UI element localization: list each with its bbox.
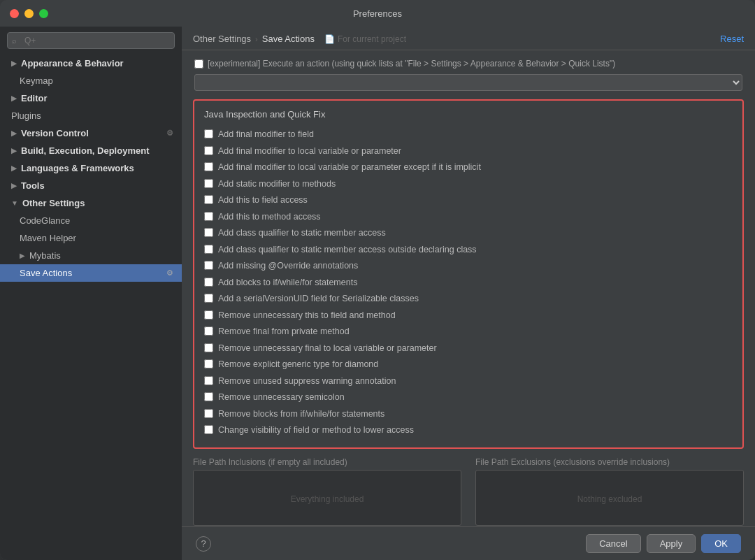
sidebar-item-editor[interactable]: ▶ Editor	[0, 89, 182, 107]
inspection-item-5: Add this to method access	[204, 209, 733, 226]
checkbox-add-blocks[interactable]	[204, 278, 213, 287]
inspection-title: Java Inspection and Quick Fix	[204, 109, 733, 120]
checkbox-remove-unnecessary-final[interactable]	[204, 343, 213, 352]
minimize-button[interactable]	[24, 9, 34, 18]
breadcrumb-save-actions[interactable]: Save Actions	[262, 34, 315, 44]
sidebar-item-label: Save Actions	[20, 268, 72, 278]
search-wrapper: ⌕	[7, 32, 175, 49]
inspection-item-16: Remove unnecessary semicolon	[204, 389, 733, 406]
chevron-down-icon: ▼	[11, 199, 18, 207]
checkbox-label: Add a serialVersionUID field for Seriali…	[218, 293, 419, 306]
checkbox-label: Add this to field access	[218, 194, 308, 207]
inspection-item-8: Add missing @Override annotations	[204, 258, 733, 275]
inspection-item-18: Change visibility of field or method to …	[204, 422, 733, 439]
sidebar-item-label: Maven Helper	[20, 233, 76, 243]
breadcrumb-bar: Other Settings › Save Actions 📄 For curr…	[182, 27, 755, 50]
inspection-item-4: Add this to field access	[204, 192, 733, 209]
inspection-item-0: Add final modifier to field	[204, 127, 733, 143]
gear-icon: ⚙	[166, 129, 173, 138]
inspection-item-11: Remove unnecessary this to field and met…	[204, 308, 733, 324]
checkbox-remove-unnecessary-this[interactable]	[204, 310, 213, 320]
inspection-item-6: Add class qualifier to static member acc…	[204, 225, 733, 242]
sidebar-item-languages[interactable]: ▶ Languages & Frameworks	[0, 159, 182, 177]
sidebar-item-build[interactable]: ▶ Build, Execution, Deployment	[0, 142, 182, 159]
breadcrumb-project-label: For current project	[338, 34, 406, 44]
inspection-item-3: Add static modifier to methods	[204, 176, 733, 193]
inspection-item-12: Remove final from private method	[204, 324, 733, 340]
checkbox-add-static-methods[interactable]	[204, 179, 213, 188]
sidebar-item-label: Mybatis	[29, 250, 61, 261]
exclusions-placeholder: Nothing excluded	[480, 494, 739, 504]
checkbox-label: Add missing @Override annotations	[218, 260, 358, 273]
sidebar-item-save-actions[interactable]: Save Actions ⚙	[0, 264, 182, 282]
experimental-checkbox[interactable]	[194, 59, 203, 69]
file-path-inclusions-col: File Path Inclusions (if empty all inclu…	[193, 457, 461, 526]
experimental-row: [experimental] Execute an action (using …	[193, 59, 744, 69]
ok-button[interactable]: OK	[701, 534, 741, 553]
maximize-button[interactable]	[39, 9, 48, 18]
sidebar-item-appearance[interactable]: ▶ Appearance & Behavior	[0, 55, 182, 72]
checkbox-change-visibility[interactable]	[204, 425, 213, 434]
inspection-item-1: Add final modifier to local variable or …	[204, 143, 733, 160]
checkbox-label: Add class qualifier to static member acc…	[218, 227, 386, 240]
bottom-bar: ? Cancel Apply OK	[182, 526, 755, 560]
help-button[interactable]: ?	[196, 536, 211, 552]
checkbox-remove-blocks[interactable]	[204, 409, 213, 418]
title-bar: Preferences	[0, 0, 755, 27]
sidebar-item-version-control[interactable]: ▶ Version Control ⚙	[0, 124, 182, 142]
chevron-right-icon: ▶	[11, 164, 17, 172]
sidebar-item-other-settings[interactable]: ▼ Other Settings	[0, 194, 182, 212]
checkbox-remove-final-private[interactable]	[204, 326, 213, 336]
search-input[interactable]	[7, 32, 175, 49]
inspection-item-15: Remove unused suppress warning annotatio…	[204, 373, 733, 390]
breadcrumb-other-settings[interactable]: Other Settings	[193, 34, 251, 44]
checkbox-label: Add final modifier to local variable or …	[218, 145, 401, 158]
search-icon: ⌕	[12, 36, 17, 45]
sidebar-item-label: Editor	[21, 93, 48, 103]
sidebar-item-label: Version Control	[21, 128, 89, 138]
cancel-button[interactable]: Cancel	[586, 534, 640, 553]
checkbox-add-this-field[interactable]	[204, 195, 213, 204]
checkbox-add-override[interactable]	[204, 261, 213, 270]
experimental-label: [experimental] Execute an action (using …	[208, 59, 615, 69]
checkbox-add-final-local[interactable]	[204, 146, 213, 155]
inspection-item-14: Remove explicit generic type for diamond	[204, 357, 733, 373]
checkbox-add-final-except-implicit[interactable]	[204, 162, 213, 171]
sidebar-item-plugins[interactable]: Plugins	[0, 107, 182, 124]
file-icon: 📄	[324, 34, 335, 44]
inspection-item-7: Add class qualifier to static member acc…	[204, 242, 733, 259]
checkbox-add-class-qualifier[interactable]	[204, 228, 213, 237]
checkbox-label: Add this to method access	[218, 211, 321, 224]
breadcrumb-project[interactable]: 📄 For current project	[324, 34, 406, 44]
sidebar-item-codeglance[interactable]: CodeGlance	[0, 212, 182, 229]
inclusions-placeholder: Everything included	[198, 494, 456, 504]
exclusions-area[interactable]: Nothing excluded	[475, 470, 744, 526]
gear-icon: ⚙	[166, 268, 173, 278]
checkbox-remove-semicolon[interactable]	[204, 392, 213, 401]
checkbox-remove-diamond[interactable]	[204, 359, 213, 368]
file-path-exclusions-col: File Path Exclusions (exclusions overrid…	[475, 457, 744, 526]
checkbox-add-serial[interactable]	[204, 294, 213, 303]
sidebar-item-label: Other Settings	[22, 198, 85, 208]
checkbox-add-final-field[interactable]	[204, 129, 213, 138]
sidebar-item-maven-helper[interactable]: Maven Helper	[0, 229, 182, 247]
checkbox-label: Remove unnecessary final to local variab…	[218, 343, 437, 355]
checkbox-add-this-method[interactable]	[204, 212, 213, 221]
sidebar-item-tools[interactable]: ▶ Tools	[0, 177, 182, 194]
close-button[interactable]	[10, 9, 19, 18]
checkbox-add-class-qualifier-outside[interactable]	[204, 245, 213, 254]
inspection-item-17: Remove blocks from if/while/for statemen…	[204, 406, 733, 423]
sidebar-item-mybatis[interactable]: ▶ Mybatis	[0, 247, 182, 264]
checkbox-remove-suppress-warning[interactable]	[204, 376, 213, 385]
reset-button[interactable]: Reset	[720, 34, 744, 44]
sidebar-item-keymap[interactable]: Keymap	[0, 72, 182, 89]
inclusions-area[interactable]: Everything included	[193, 470, 461, 526]
sidebar-item-label: Tools	[21, 180, 45, 191]
checkbox-label: Add blocks to if/while/for statements	[218, 277, 357, 289]
window-title: Preferences	[353, 8, 402, 19]
checkbox-label: Remove explicit generic type for diamond	[218, 359, 378, 371]
apply-button[interactable]: Apply	[647, 534, 696, 553]
checkbox-label: Add class qualifier to static member acc…	[218, 244, 477, 257]
action-dropdown[interactable]	[194, 74, 742, 91]
checkbox-label: Remove unused suppress warning annotatio…	[218, 375, 396, 388]
